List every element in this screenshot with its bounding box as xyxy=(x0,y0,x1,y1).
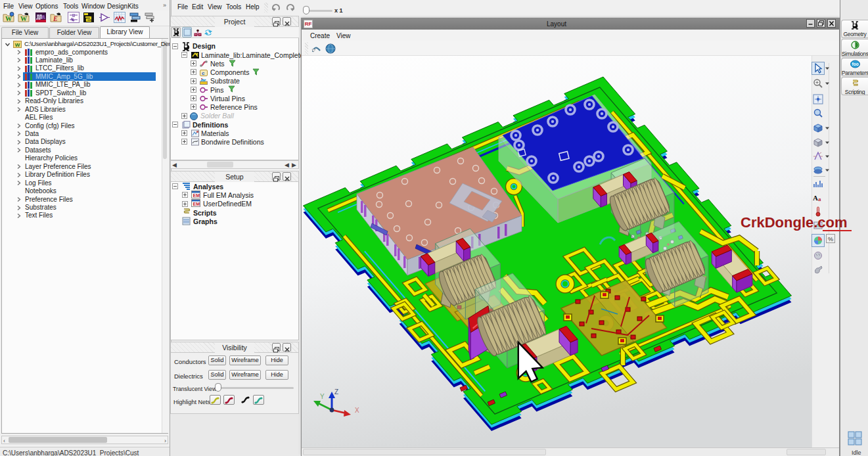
svg-text:Z: Z xyxy=(334,388,338,396)
svg-text:E: E xyxy=(53,15,58,22)
svg-text:foo: foo xyxy=(852,62,858,66)
svg-text:c: c xyxy=(202,70,205,76)
svg-text:W: W xyxy=(20,15,27,22)
svg-text:A: A xyxy=(813,194,818,202)
svg-text:Y: Y xyxy=(320,393,325,400)
svg-text:a: a xyxy=(818,196,821,202)
svg-text:X: X xyxy=(355,407,359,414)
svg-text:EM: EM xyxy=(193,202,200,206)
svg-text:EM: EM xyxy=(193,193,200,198)
svg-text:W: W xyxy=(5,15,12,22)
